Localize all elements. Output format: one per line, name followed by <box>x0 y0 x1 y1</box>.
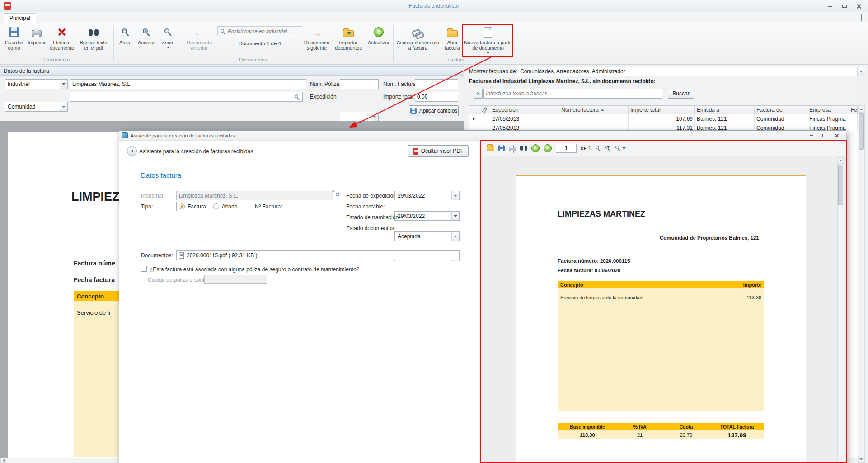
scrollbar-up-button[interactable] <box>858 106 864 113</box>
zoom-in-document-button[interactable]: + Acercar <box>136 24 157 55</box>
expedicion-combo[interactable] <box>340 112 379 122</box>
facturas-search-input[interactable] <box>483 89 662 99</box>
estado-tramitacion-combo[interactable]: Aceptada <box>394 232 460 241</box>
ribbon-separator <box>393 25 394 62</box>
industrial-value-field[interactable]: Limpiezas Martinez, S.L. <box>70 79 306 89</box>
documentos-label: Documentos: <box>141 252 173 259</box>
search-text-pdf-button[interactable]: Buscar texto en el pdf <box>76 24 111 55</box>
zoom-out-document-button[interactable]: − Alejar <box>115 24 136 55</box>
column-header-expedicion[interactable]: Expedición <box>490 105 559 114</box>
wizard-minimize-button[interactable] <box>805 132 818 140</box>
import-documents-button[interactable]: Importar documentos <box>330 24 366 55</box>
magnifier-icon <box>164 28 172 36</box>
num-factura-input[interactable] <box>415 79 458 89</box>
column-header-numero-factura[interactable]: Número factura <box>559 105 629 114</box>
new-invoice-from-document-button[interactable]: Nueva factura a partir de documento <box>464 24 512 55</box>
chevron-down-icon[interactable] <box>60 102 67 111</box>
pdf-vertical-scrollbar[interactable] <box>837 157 844 463</box>
zoom-in-icon[interactable]: + <box>605 145 611 151</box>
fecha-contable-combo[interactable]: 29/03/2022 <box>394 211 460 221</box>
attachment-column-header[interactable] <box>479 105 490 114</box>
chevron-down-icon[interactable] <box>451 232 459 241</box>
num-poliza-input[interactable] <box>340 79 379 89</box>
industrial-field: Limpiezas Martinez, S.L. <box>176 191 333 200</box>
chevron-down-icon[interactable] <box>60 80 67 89</box>
print-icon[interactable] <box>509 147 516 151</box>
open-file-icon[interactable] <box>487 146 494 151</box>
search-button[interactable]: Buscar <box>668 89 694 99</box>
wizard-dialog: Asistente para la creación de facturas r… <box>119 130 846 463</box>
num-factura-input[interactable] <box>286 202 344 211</box>
section-title: Datos factura <box>141 171 181 179</box>
table-row[interactable]: 27/05/2013 107,69 Balmes, 121 Comunidad … <box>469 114 858 123</box>
scrollbar-left-button[interactable] <box>0 458 7 463</box>
scrollbar-thumb[interactable] <box>859 113 864 150</box>
refresh-icon: ↻ <box>374 27 384 37</box>
wizard-titlebar[interactable]: Asistente para la creación de facturas r… <box>119 131 846 141</box>
num-factura-label: Nº Factura: <box>255 203 282 210</box>
column-header-factura-de[interactable]: Factura de <box>755 105 807 114</box>
collapse-ribbon-button[interactable] <box>861 15 862 21</box>
find-icon[interactable] <box>520 146 527 151</box>
zoom-button[interactable]: Zoom <box>157 24 179 55</box>
column-header-emitida-a[interactable]: Emitida a <box>695 105 755 114</box>
refresh-button[interactable]: ↻ Actualizar <box>366 24 391 55</box>
chevron-down-icon[interactable] <box>451 191 459 200</box>
next-page-icon[interactable] <box>544 144 552 152</box>
back-button[interactable] <box>127 146 137 156</box>
position-search-input[interactable] <box>228 28 300 34</box>
column-header-fec[interactable]: Fec <box>849 105 858 114</box>
comunidad-search-field[interactable] <box>70 92 303 102</box>
delete-document-button[interactable]: Eliminar documento <box>47 24 76 55</box>
chevron-down-icon[interactable] <box>371 112 378 121</box>
invoice-company: LIMPIEZAS MARTINEZ <box>558 209 645 219</box>
comunidad-combo[interactable]: Comunidad <box>5 102 68 112</box>
scrollbar-up-button[interactable] <box>838 157 844 164</box>
open-invoice-button[interactable]: Abrir factura <box>441 24 463 55</box>
column-header-empresa[interactable]: Empresa <box>807 105 849 114</box>
position-search-box[interactable] <box>217 26 302 36</box>
previous-page-icon[interactable] <box>531 144 540 152</box>
page-number-input[interactable] <box>556 144 577 153</box>
column-header-importe-total[interactable]: Importe total <box>629 105 695 114</box>
poliza-checkbox[interactable] <box>141 266 147 272</box>
chevron-down-icon <box>622 147 626 149</box>
documentos-field[interactable]: 2020.000115.pdf ( 92.31 KB ) <box>176 250 460 260</box>
scrollbar-thumb[interactable] <box>838 165 843 205</box>
wizard-maximize-button[interactable] <box>818 132 830 140</box>
minimize-button[interactable] <box>823 1 837 12</box>
link-icon <box>412 28 424 38</box>
scrollbar-down-button[interactable] <box>858 456 864 463</box>
link-document-invoice-button[interactable]: Asociar documento a factura <box>395 24 441 55</box>
mostrar-facturas-combo[interactable]: Comunidades, Arrendadores, Administrador <box>517 67 865 76</box>
num-poliza-label: Num. Póliza: <box>310 81 341 87</box>
zoom-out-icon[interactable]: − <box>595 145 601 151</box>
search-icon[interactable] <box>294 94 300 100</box>
importe-total-input[interactable] <box>415 92 458 102</box>
print-button[interactable]: Imprimir <box>26 24 47 55</box>
vertical-scrollbar[interactable] <box>858 105 865 463</box>
pdf-page: LIMPIEZAS MARTINEZ Comunidad de Propieta… <box>516 175 806 463</box>
apply-changes-button[interactable]: Aplicar cambios <box>409 105 459 116</box>
save-icon[interactable] <box>498 145 505 151</box>
restore-button[interactable] <box>837 1 852 12</box>
radio-abono[interactable] <box>213 203 219 209</box>
chevron-down-icon[interactable] <box>451 212 459 220</box>
next-document-button[interactable]: → Documento siguiente <box>303 24 330 55</box>
close-button[interactable] <box>852 1 866 12</box>
tab-principal[interactable]: Principal <box>4 13 36 23</box>
industrial-combo[interactable]: Industrial <box>5 79 68 89</box>
titlebar[interactable]: Facturas a identificar <box>0 0 868 12</box>
chevron-down-icon[interactable] <box>857 67 865 76</box>
fecha-expedicion-combo[interactable]: 29/03/2022 <box>394 191 460 200</box>
save-as-button[interactable]: Guardar como <box>2 24 26 55</box>
zoom-select-icon <box>615 145 621 151</box>
clear-search-button[interactable]: × <box>474 89 483 99</box>
wizard-close-button[interactable] <box>830 132 843 140</box>
zoom-mode-button[interactable] <box>615 145 626 151</box>
zoom-out-icon: − <box>122 28 130 36</box>
radio-factura[interactable] <box>179 203 185 209</box>
previous-document-button[interactable]: ← Documento anterior <box>182 24 216 55</box>
hide-pdf-viewer-button[interactable]: Ocultar visor PDF <box>408 145 469 157</box>
pdf-viewer: de 1 − + LIMPIEZAS MARTINEZ Comunidad de… <box>482 141 847 463</box>
